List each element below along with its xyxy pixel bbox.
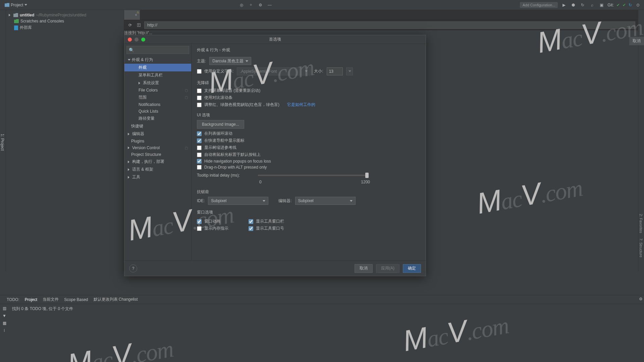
cat-build[interactable]: 构建，执行，部署 (124, 158, 191, 166)
show-tool-num-checkbox[interactable]: 显示工具窗口号 (249, 226, 284, 231)
git-show-icon[interactable]: ⊙ (635, 2, 641, 8)
cat-notifications[interactable]: Notifications (124, 101, 191, 108)
cat-appearance-behavior[interactable]: 外观 & 行为 (124, 56, 191, 64)
editor-aa-label: 编辑器: (278, 198, 291, 204)
ok-button[interactable]: 确定 (403, 264, 421, 273)
target-icon[interactable]: ◎ (238, 2, 245, 8)
git-push-icon[interactable]: ✔ (623, 3, 626, 7)
cat-quick-lists[interactable]: Quick Lists (124, 108, 191, 115)
theme-label: 主题: (197, 58, 206, 64)
add-configuration-button[interactable]: Add Configuration... (520, 2, 558, 8)
git-commit-icon[interactable]: ✔ (616, 3, 620, 7)
settings-search-input[interactable] (136, 48, 187, 52)
slider-thumb[interactable] (365, 173, 369, 178)
project-tool-tab[interactable]: 1: Project (0, 134, 5, 151)
minimize-window-icon[interactable] (135, 38, 139, 42)
external-lib-row[interactable]: 外部库 (14, 24, 121, 31)
apply-button[interactable]: 应用(A) (376, 264, 399, 273)
show-mem-checkbox[interactable]: 显示内存指示 (197, 226, 228, 231)
font-size-input (327, 67, 343, 75)
cat-plugins[interactable]: Plugins (124, 138, 191, 144)
todo-tab-changelist[interactable]: 默认更改列表 Changelist (94, 297, 138, 302)
filter-icon[interactable]: ▼ (2, 313, 6, 318)
screen-reader-checkbox[interactable]: 支持屏幕阅读器 (需要重新启动) (197, 88, 420, 94)
todo-tab-current[interactable]: 当前文件 (43, 297, 59, 302)
theme-combo[interactable]: Darcula 黑色主题 (209, 57, 251, 65)
expand-all-icon[interactable]: ▥ (3, 306, 6, 311)
todo-result-message: 找到 0 条 TODO 项, 位于 0 个文件 (9, 304, 76, 335)
todo-tabs: TODO: Project 当前文件 Scope Based 默认更改列表 Ch… (0, 295, 644, 304)
favorites-tab[interactable]: 2: Favorites (638, 211, 644, 236)
custom-font-checkbox[interactable]: 使用自定义字体: (197, 68, 233, 74)
left-tool-stripe[interactable]: 1: Project (0, 10, 6, 272)
settings-icon[interactable]: ⁞ (4, 328, 5, 333)
scope-icon: ▢ (185, 96, 188, 99)
cat-tools[interactable]: 工具 (124, 173, 191, 181)
scope-icon: ▢ (185, 88, 188, 92)
project-dropdown[interactable]: Project (3, 2, 29, 8)
help-button[interactable]: ? (129, 264, 137, 273)
cat-system[interactable]: 系统设置 (124, 79, 191, 87)
cancel-button-top[interactable]: 取消 (629, 37, 644, 45)
minimize-icon[interactable]: — (266, 2, 273, 8)
close-window-icon[interactable] (128, 38, 132, 42)
color-deficiency-checkbox[interactable]: 调整红、绿颜色视觉缺陷(红色盲，绿色盲) 它是如何工作的 (197, 102, 420, 108)
tree-indent-checkbox[interactable]: 显示树缩进参考线 (197, 145, 420, 150)
divide-icon[interactable]: ÷ (248, 2, 254, 8)
tab-warn-icon: ⚠ (137, 11, 139, 14)
cat-vcs[interactable]: Version Control▢ (124, 144, 191, 151)
todo-tab-project[interactable]: Project (25, 297, 37, 302)
hide-popups-checkbox[interactable]: Hide navigation popups on focus loss (197, 159, 420, 164)
cat-keymap[interactable]: 快捷键 (124, 122, 191, 130)
editor-aa-combo[interactable]: Subpixel (295, 197, 356, 205)
chevron-down-icon (246, 60, 248, 62)
find-icon[interactable]: ⌕ (589, 2, 595, 8)
cat-appearance[interactable]: 外观 (124, 64, 191, 71)
dnd-alt-checkbox[interactable]: Drag-n-Drop with ALT pressed only (197, 165, 420, 170)
gear-icon[interactable]: ⚙ (639, 297, 643, 301)
size-stepper (346, 67, 353, 75)
show-tool-bar-checkbox[interactable]: 显示工具窗口栏 (249, 219, 284, 224)
stop-icon[interactable]: ↻ (579, 2, 586, 8)
cat-proj-struct[interactable]: Project Structure (124, 151, 191, 158)
dialog-title: 首选项 (269, 37, 281, 42)
cat-scopes[interactable]: 范围▢ (124, 94, 191, 101)
main-toolbar: Project ◎ ÷ ⚙ — Add Configuration... ▶ ⬢… (0, 0, 644, 10)
cat-menus[interactable]: 菜单和工具栏 (124, 71, 191, 79)
expand-icon[interactable] (9, 14, 10, 16)
url-input[interactable] (144, 21, 635, 29)
cat-lang[interactable]: 语言 & 框架 (124, 166, 191, 173)
todo-tab-scope[interactable]: Scope Based (64, 297, 88, 302)
pane-icon[interactable]: ▣ (598, 2, 605, 8)
settings-search[interactable]: 🔍 (126, 46, 189, 54)
scratches-row[interactable]: Scratches and Consoles (14, 18, 121, 24)
tooltip-delay-slider[interactable] (258, 175, 369, 176)
cat-path-vars[interactable]: 路径变量 (124, 115, 191, 122)
ide-aa-combo[interactable]: Subpixel (208, 197, 268, 205)
cat-file-colors[interactable]: File Colors▢ (124, 87, 191, 94)
editor-tab[interactable]: ⚠ × (124, 10, 140, 20)
contrast-scroll-checkbox[interactable]: 使用对比滚动条 (197, 95, 420, 101)
background-image-button[interactable]: Background Image... (197, 120, 244, 129)
cat-editor[interactable]: 编辑器 (124, 130, 191, 138)
lock-icon[interactable]: ⚿ (136, 22, 142, 28)
group-icon[interactable]: ▦ (3, 321, 6, 325)
project-label: Project (11, 3, 23, 7)
cyclic-scroll-checkbox[interactable]: 在列表循环滚动 (197, 131, 420, 136)
git-update-icon[interactable]: ↻ (629, 3, 632, 7)
gear-icon[interactable]: ⚙ (257, 2, 264, 8)
quick-nav-icons-checkbox[interactable]: 在快速导航中显示图标 (197, 138, 420, 143)
run-icon[interactable]: ▶ (560, 2, 567, 8)
window-anim-checkbox[interactable]: 窗口动画 (197, 219, 228, 224)
project-root-row[interactable]: untitled ~/RubymineProjects/untitled (9, 12, 121, 18)
slider-min: 0 (259, 180, 262, 184)
git-label: Git: (607, 3, 614, 7)
cancel-button[interactable]: 取消 (355, 264, 373, 273)
mouse-default-checkbox[interactable]: 自动将鼠标光标置于默认按钮上 (197, 152, 420, 158)
zoom-window-icon[interactable] (141, 38, 145, 42)
reload-icon[interactable]: ⟳ (127, 22, 133, 28)
how-it-works-link[interactable]: 它是如何工作的 (287, 102, 315, 108)
tooltip-delay-label: Tooltip initial delay (ms): (197, 173, 254, 178)
structure-tab[interactable]: 7: Structure (638, 236, 644, 260)
debug-icon[interactable]: ⬢ (570, 2, 577, 8)
